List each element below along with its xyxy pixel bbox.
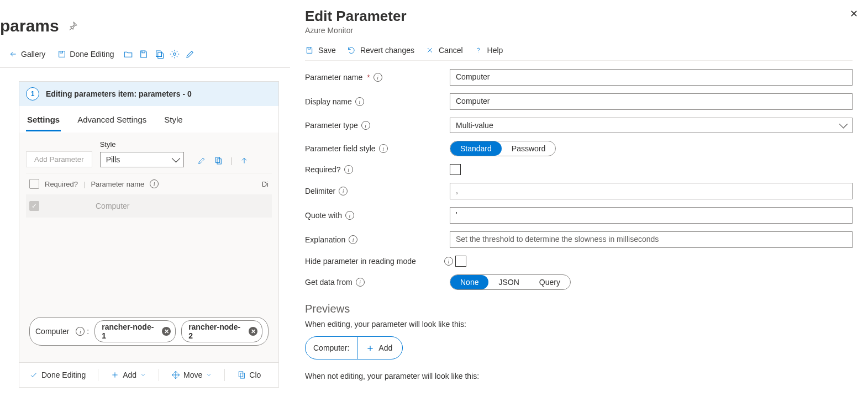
preview-add-label: Add bbox=[378, 343, 392, 352]
required-asterisk: * bbox=[367, 73, 370, 82]
add-bottom-button[interactable]: Add bbox=[105, 368, 152, 382]
label-required: Required? bbox=[305, 165, 341, 174]
main-toolbar: Gallery Done Editing bbox=[0, 41, 290, 68]
tab-advanced-settings[interactable]: Advanced Settings bbox=[76, 112, 148, 131]
tab-settings[interactable]: Settings bbox=[26, 112, 61, 131]
save-as-icon[interactable] bbox=[154, 49, 164, 59]
workbook-header: 1 Editing parameters item: parameters - … bbox=[19, 82, 278, 106]
label-param-name: Parameter name bbox=[305, 73, 362, 82]
label-param-type: Parameter type bbox=[305, 121, 358, 130]
cancel-button[interactable]: Cancel bbox=[425, 46, 463, 55]
remove-pill-icon[interactable]: ✕ bbox=[249, 327, 257, 336]
label-delimiter: Delimiter bbox=[305, 187, 335, 195]
preview-add-button[interactable]: ＋ Add bbox=[357, 337, 402, 359]
done-editing-button[interactable]: Done Editing bbox=[54, 47, 117, 61]
row-param-name: Computer bbox=[96, 202, 129, 210]
add-bottom-label: Add bbox=[123, 371, 136, 379]
seg-standard[interactable]: Standard bbox=[450, 141, 502, 156]
tab-style[interactable]: Style bbox=[163, 112, 183, 131]
move-bottom-button[interactable]: Move bbox=[166, 368, 218, 382]
edit-pencil-icon[interactable] bbox=[185, 49, 195, 59]
preview-label: Computer: bbox=[306, 339, 357, 357]
input-delimiter[interactable]: , bbox=[450, 183, 853, 199]
style-select[interactable]: Pills bbox=[100, 152, 184, 167]
edit-parameter-panel: ✕ Edit Parameter Azure Monitor Save Reve… bbox=[298, 0, 868, 402]
param-table-header: Required? | Parameter name i Di bbox=[26, 173, 272, 194]
svg-rect-3 bbox=[215, 157, 219, 162]
svg-rect-4 bbox=[217, 159, 221, 164]
save-icon bbox=[305, 46, 314, 55]
input-display-name[interactable]: Computer bbox=[450, 93, 853, 110]
label-field-style: Parameter field style bbox=[305, 144, 376, 153]
input-param-name[interactable]: Computer bbox=[450, 69, 853, 86]
help-button[interactable]: Help bbox=[474, 46, 503, 55]
label-quote-with: Quote with bbox=[305, 211, 342, 220]
segmented-get-data: None JSON Query bbox=[450, 274, 571, 290]
cancel-label: Cancel bbox=[439, 46, 463, 55]
svg-rect-6 bbox=[240, 373, 244, 378]
row-checkbox[interactable] bbox=[29, 201, 39, 211]
info-icon[interactable]: i bbox=[345, 211, 354, 220]
label-explanation: Explanation bbox=[305, 235, 345, 244]
info-icon[interactable]: i bbox=[444, 257, 453, 266]
pill-value-2[interactable]: rancher-node-2 ✕ bbox=[181, 320, 262, 342]
param-table-row[interactable]: Computer bbox=[26, 194, 272, 218]
seg-password[interactable]: Password bbox=[502, 141, 555, 156]
done-editing-label: Done Editing bbox=[70, 50, 114, 59]
seg-none[interactable]: None bbox=[450, 275, 488, 289]
info-icon: i bbox=[150, 179, 159, 188]
svg-rect-1 bbox=[60, 51, 63, 53]
pill-text: rancher-node-2 bbox=[188, 322, 244, 340]
edit-row-icon[interactable] bbox=[197, 156, 206, 165]
info-icon[interactable]: i bbox=[379, 144, 388, 153]
gallery-button[interactable]: Gallery bbox=[6, 47, 49, 61]
save-button[interactable]: Save bbox=[305, 46, 336, 55]
parameter-pill-container[interactable]: Computer i: rancher-node-1 ✕ rancher-nod… bbox=[29, 317, 269, 346]
pin-icon[interactable] bbox=[68, 21, 78, 31]
previews-not-editing-text: When not editing, your parameter will lo… bbox=[305, 372, 853, 380]
col-required: Required? bbox=[45, 180, 78, 188]
pill-text: rancher-node-1 bbox=[102, 322, 157, 340]
seg-json[interactable]: JSON bbox=[488, 275, 529, 289]
panel-toolbar: Save Revert changes Cancel Help bbox=[305, 40, 853, 61]
label-display-name: Display name bbox=[305, 97, 352, 106]
save-icon[interactable] bbox=[139, 49, 149, 59]
help-icon bbox=[474, 46, 483, 55]
remove-pill-icon[interactable]: ✕ bbox=[162, 327, 171, 336]
col-param-name: Parameter name bbox=[91, 180, 144, 188]
seg-query[interactable]: Query bbox=[529, 275, 570, 289]
pill-param-label: Computer bbox=[35, 327, 70, 336]
copy-row-icon[interactable] bbox=[214, 156, 223, 165]
clone-bottom-label: Clo bbox=[249, 371, 261, 379]
open-icon[interactable] bbox=[123, 49, 133, 59]
select-param-type[interactable]: Multi-value bbox=[450, 118, 853, 133]
revert-button[interactable]: Revert changes bbox=[347, 46, 414, 55]
svg-point-2 bbox=[173, 53, 176, 56]
col-partial: Di bbox=[262, 180, 269, 188]
info-icon[interactable]: i bbox=[356, 278, 365, 287]
info-icon[interactable]: i bbox=[361, 121, 370, 130]
done-editing-bottom-button[interactable]: Done Editing bbox=[24, 368, 91, 382]
settings-icon[interactable] bbox=[170, 49, 180, 59]
checkbox-required[interactable] bbox=[450, 164, 461, 175]
done-editing-bottom-label: Done Editing bbox=[41, 371, 86, 379]
move-up-icon[interactable] bbox=[240, 156, 249, 165]
label-get-data: Get data from bbox=[305, 278, 353, 287]
info-icon[interactable]: i bbox=[349, 235, 357, 244]
checkbox-hide-reading[interactable] bbox=[455, 256, 466, 267]
input-quote-with[interactable]: ' bbox=[450, 207, 853, 224]
preview-editing-control[interactable]: Computer: ＋ Add bbox=[305, 336, 403, 359]
clone-bottom-button[interactable]: Clo bbox=[232, 368, 266, 382]
input-explanation[interactable]: Set the threshold to determine the slown… bbox=[450, 231, 853, 248]
revert-label: Revert changes bbox=[360, 46, 414, 55]
workbook-bottom-toolbar: Done Editing Add Move Clo bbox=[19, 362, 278, 387]
save-label: Save bbox=[318, 46, 336, 55]
header-checkbox[interactable] bbox=[29, 179, 39, 189]
info-icon[interactable]: i bbox=[344, 165, 353, 174]
info-icon[interactable]: i bbox=[355, 97, 364, 106]
previews-heading: Previews bbox=[305, 303, 853, 315]
close-panel-button[interactable]: ✕ bbox=[850, 8, 858, 20]
pill-value-1[interactable]: rancher-node-1 ✕ bbox=[94, 320, 176, 342]
info-icon[interactable]: i bbox=[339, 187, 348, 195]
info-icon[interactable]: i bbox=[373, 73, 382, 82]
